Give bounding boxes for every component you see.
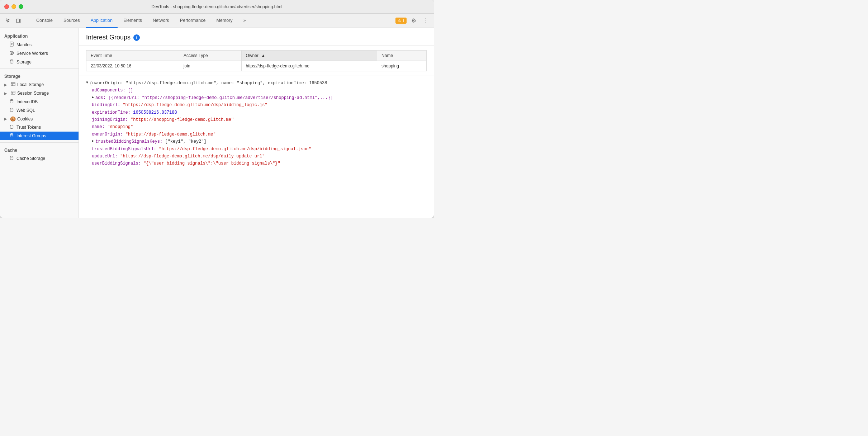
table-row[interactable]: 22/03/2022, 10:50:16 join https://dsp-fl… xyxy=(86,61,427,71)
sidebar-item-local-storage[interactable]: ▶ Local Storage xyxy=(0,80,79,89)
json-line-owner-origin: ownerOrigin: "https://dsp-fledge-demo.gl… xyxy=(86,131,427,138)
json-line-joining-origin: joiningOrigin: "https://shopping-fledge-… xyxy=(86,116,427,123)
json-line-root: ▼ {ownerOrigin: "https://dsp-fledge-demo… xyxy=(86,80,427,87)
detail-panel: Interest Groups i Event Time Access Type… xyxy=(79,28,434,218)
cell-event-time: 22/03/2022, 10:50:16 xyxy=(86,61,179,71)
toolbar-right: ⚠ 1 ⚙ ⋮ xyxy=(395,16,431,26)
more-options-icon[interactable]: ⋮ xyxy=(421,16,431,26)
tab-performance[interactable]: Performance xyxy=(175,14,211,28)
storage-app-label: Storage xyxy=(16,60,32,65)
sidebar: Application Manifest xyxy=(0,28,79,218)
close-button[interactable] xyxy=(4,4,9,9)
settings-icon[interactable]: ⚙ xyxy=(409,16,419,26)
svg-point-20 xyxy=(10,108,13,109)
tab-more[interactable]: » xyxy=(238,14,251,28)
json-line-trusted-keys: ▶ trustedBiddingSignalsKeys: ["key1", "k… xyxy=(86,138,427,145)
interest-groups-table: Event Time Access Type Owner ▲ Name 22/0… xyxy=(86,50,427,71)
interest-groups-label: Interest Groups xyxy=(16,133,46,138)
device-toggle-icon[interactable] xyxy=(14,16,24,26)
main-content: Application Manifest xyxy=(0,28,434,218)
tab-memory[interactable]: Memory xyxy=(211,14,237,28)
expand-trusted-keys-icon[interactable]: ▶ xyxy=(92,138,94,144)
cookies-label: Cookies xyxy=(17,117,33,122)
cell-name: shopping xyxy=(377,61,427,71)
minimize-button[interactable] xyxy=(11,4,16,9)
col-owner[interactable]: Owner ▲ xyxy=(241,51,377,61)
svg-point-23 xyxy=(10,156,13,157)
warning-badge[interactable]: ⚠ 1 xyxy=(395,18,407,24)
col-access-type[interactable]: Access Type xyxy=(179,51,241,61)
storage-icon xyxy=(9,59,14,65)
sort-arrow-icon: ▲ xyxy=(261,53,265,58)
json-line-adcomponents: adComponents: [] xyxy=(86,87,427,94)
expand-ads-icon[interactable]: ▶ xyxy=(92,94,94,100)
json-line-trusted-url: trustedBiddingSignalsUrl: "https://dsp-f… xyxy=(86,146,427,153)
svg-rect-16 xyxy=(11,91,15,94)
tab-application[interactable]: Application xyxy=(86,14,118,28)
sidebar-section-storage: Storage xyxy=(0,71,79,80)
session-storage-label: Session Storage xyxy=(17,91,49,96)
traffic-lights xyxy=(4,4,23,9)
sidebar-item-cache-storage[interactable]: Cache Storage xyxy=(0,154,79,163)
sidebar-item-trust-tokens[interactable]: Trust Tokens xyxy=(0,123,79,132)
sidebar-item-manifest[interactable]: Manifest xyxy=(0,40,79,49)
json-line-expiration: expirationTime: 1650538216.837188 xyxy=(86,109,427,116)
session-storage-icon xyxy=(10,90,16,96)
interest-groups-icon xyxy=(9,133,14,139)
sidebar-item-interest-groups[interactable]: Interest Groups xyxy=(0,132,79,140)
detail-header: Interest Groups i xyxy=(79,28,434,46)
svg-rect-0 xyxy=(16,19,19,23)
window-title: DevTools - shopping-fledge-demo.glitch.m… xyxy=(152,4,283,9)
tab-sources[interactable]: Sources xyxy=(58,14,85,28)
sidebar-item-storage-app[interactable]: Storage xyxy=(0,58,79,66)
local-storage-arrow: ▶ xyxy=(4,83,9,87)
local-storage-icon xyxy=(10,82,16,87)
cell-access-type: join xyxy=(179,61,241,71)
sidebar-item-cookies[interactable]: ▶ 🍪 Cookies xyxy=(0,115,79,123)
sidebar-item-indexeddb[interactable]: IndexedDB xyxy=(0,98,79,106)
col-name[interactable]: Name xyxy=(377,51,427,61)
svg-point-22 xyxy=(10,134,13,135)
service-workers-icon xyxy=(9,51,14,56)
cookies-arrow: ▶ xyxy=(4,117,9,121)
sidebar-item-service-workers[interactable]: Service Workers xyxy=(0,49,79,58)
maximize-button[interactable] xyxy=(19,4,23,9)
json-line-user-bidding: userBiddingSignals: "{\"user_bidding_sig… xyxy=(86,160,427,167)
sidebar-item-session-storage[interactable]: ▶ Session Storage xyxy=(0,89,79,98)
inspect-icon[interactable] xyxy=(3,16,13,26)
trust-tokens-icon xyxy=(9,124,14,130)
sidebar-section-cache: Cache xyxy=(0,145,79,154)
svg-point-7 xyxy=(11,52,12,54)
cell-owner: https://dsp-fledge-demo.glitch.me xyxy=(241,61,377,71)
tab-network[interactable]: Network xyxy=(148,14,174,28)
service-workers-label: Service Workers xyxy=(16,51,48,56)
svg-rect-13 xyxy=(11,82,15,86)
indexeddb-label: IndexedDB xyxy=(16,99,38,104)
json-detail: ▼ {ownerOrigin: "https://dsp-fledge-demo… xyxy=(79,76,434,171)
devtools-window: DevTools - shopping-fledge-demo.glitch.m… xyxy=(0,0,434,218)
warning-count: 1 xyxy=(402,19,404,23)
sidebar-divider-1 xyxy=(0,68,79,69)
toolbar-divider xyxy=(29,17,29,24)
local-storage-label: Local Storage xyxy=(17,82,44,87)
toolbar-icons xyxy=(3,16,24,26)
title-bar: DevTools - shopping-fledge-demo.glitch.m… xyxy=(0,0,434,14)
manifest-icon xyxy=(9,42,14,48)
svg-point-19 xyxy=(10,100,13,101)
sidebar-section-application: Application xyxy=(0,31,79,40)
col-event-time[interactable]: Event Time xyxy=(86,51,179,61)
expand-root-icon[interactable]: ▼ xyxy=(86,80,88,86)
cookies-icon: 🍪 xyxy=(10,116,16,122)
svg-rect-1 xyxy=(19,20,21,22)
cache-storage-icon xyxy=(9,156,14,161)
svg-point-12 xyxy=(10,60,13,61)
sidebar-item-web-sql[interactable]: Web SQL xyxy=(0,106,79,115)
trust-tokens-label: Trust Tokens xyxy=(16,125,41,130)
info-icon[interactable]: i xyxy=(133,34,140,41)
toolbar: Console Sources Application Elements Net… xyxy=(0,14,434,28)
json-line-update-url: updateUrl: "https://dsp-fledge-demo.glit… xyxy=(86,153,427,160)
tab-elements[interactable]: Elements xyxy=(118,14,147,28)
tab-console[interactable]: Console xyxy=(31,14,58,28)
detail-title: Interest Groups xyxy=(86,34,131,41)
json-line-ads: ▶ ads: [{renderUrl: "https://shopping-fl… xyxy=(86,94,427,101)
